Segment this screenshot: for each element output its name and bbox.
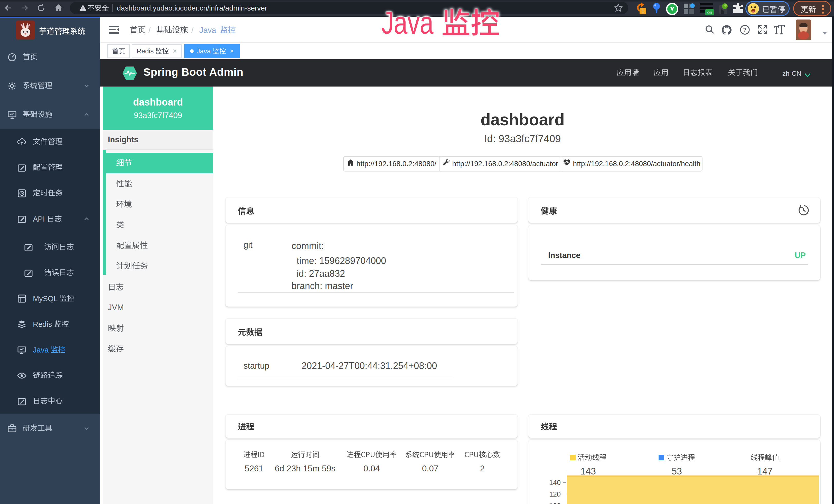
svg-text:1: 1 [641,8,644,14]
svg-text:on: on [707,10,712,15]
svg-text:?: ? [743,26,746,33]
